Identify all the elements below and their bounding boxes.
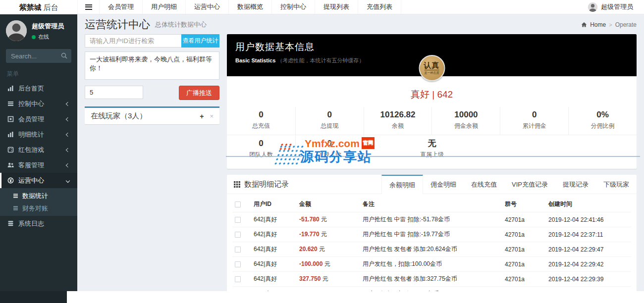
user-id-search-input[interactable] [85,34,181,48]
col-amount: 金额 [297,197,360,212]
dice-icon [7,147,14,153]
panel-collapse-icon[interactable]: + [200,113,204,120]
table-header-row: 用户ID 金额 备注 群号 创建时间 [232,197,631,212]
cell-created: 2019-12-04 22:29:39 [546,272,631,287]
sidebar: 超级管理员 在线 菜单 后台首页 控制中心 会员管理 明细统计 [0,14,77,291]
online-players-title: 在线玩家（3人） [91,111,147,121]
sidebar-item-label: 会员管理 [18,115,44,124]
badge-text-line1: 认真 [424,61,440,69]
grid-icon [234,181,240,188]
app-logo[interactable]: 紫禁城 后台 [0,0,77,14]
cell-user-id: 642|真好 [251,272,297,287]
breadcrumb: Home > Operate [581,21,637,28]
cell-amount: -50.000元 [297,287,360,292]
right-column: 用户数据基本信息 Basic Statistics （考虑性能，本统计有五分钟缓… [227,34,637,291]
main-content: 运营统计中心 总体统计数据中心 Home > Operate 查看用户统计 一大… [77,14,644,291]
list-icon [13,193,18,199]
stats-card-subtitle-en: Basic Statistics [235,57,275,63]
chevron-left-icon [66,148,70,152]
record-tabs: 余额明细 佣金明细 在线充值 VIP充值记录 提现记录 下级玩家 [381,175,637,194]
badge-text-line2: 是一种态度 [425,70,439,75]
detail-records-title: 数据明细记录 [244,180,289,189]
sidebar-item-redpacket-game[interactable]: 红包游戏 [0,142,77,157]
cell-amount: -19.770元 [297,227,360,242]
tab-subordinate-players[interactable]: 下级玩家 [596,175,637,194]
cell-note: 用户发红包，扣除:100.00金币 [360,257,502,272]
tab-online-recharge[interactable]: 在线充值 [464,175,504,194]
select-all-checkbox[interactable] [235,202,241,207]
chevron-left-icon [66,132,70,136]
breadcrumb-current: Operate [615,21,637,28]
sidebar-subitem-finance-reconciliation[interactable]: 财务对账 [0,202,77,214]
tab-balance-detail[interactable]: 余额明细 [381,175,423,194]
topnav-item-recharge-list[interactable]: 充值列表 [358,0,401,14]
topnav-item-data-overview[interactable]: 数据概览 [228,0,271,14]
sidebar-item-control-center[interactable]: 控制中心 [0,96,77,111]
top-navigation: 会员管理 用户明细 运营中心 数据概览 控制中心 提现列表 充值列表 [99,0,401,14]
sidebar-subitem-label: 财务对账 [22,204,48,213]
cell-group: 42701a [502,212,546,227]
sidebar-item-dashboard[interactable]: 后台首页 [0,81,77,96]
users-icon [7,162,14,168]
cell-note: 用户抢红包 发包者 添加:20.624金币 [360,242,502,257]
col-note: 备注 [360,197,502,212]
broadcast-message-textarea[interactable]: 一大波福利即将来袭，今晚八点，福利群等你！ [85,51,219,80]
cell-note: 用户抢红包 中雷 扣除:-19.77金币 [360,227,502,242]
row-checkbox[interactable] [235,261,241,267]
sidebar-item-system-log[interactable]: 系统日志 [0,216,77,231]
sidebar-item-members[interactable]: 会员管理 [0,111,77,127]
top-bar: 紫禁城 后台 会员管理 用户明细 运营中心 数据概览 控制中心 提现列表 充值列… [0,0,644,14]
cell-user-id: 642|真好 [251,287,297,292]
col-created: 创建时间 [546,197,631,212]
row-checkbox[interactable] [235,217,241,223]
topbar-user-menu[interactable]: 超级管理员 [588,0,644,14]
topnav-item-control[interactable]: 控制中心 [271,0,315,14]
table-row: 642|真好 -50.000元 用户发红包，扣除:50.00金币 42701a … [232,287,631,292]
tab-withdraw-records[interactable]: 提现记录 [555,175,596,194]
cell-created: 2019-12-04 22:41:46 [546,212,631,227]
sidebar-item-customer-service[interactable]: 客服管理 [0,157,77,173]
table-row: 642|真好 -100.000元 用户发红包，扣除:100.00金币 42701… [232,257,631,272]
home-icon [581,22,587,28]
bottom-left-dark-block [0,291,67,303]
broadcast-send-button[interactable]: 广播推送 [179,86,219,100]
tab-vip-recharge[interactable]: VIP充值记录 [504,175,555,194]
detail-records-card: 数据明细记录 余额明细 佣金明细 在线充值 VIP充值记录 提现记录 下级玩家 [227,175,637,291]
broadcast-count-input[interactable] [85,86,143,99]
search-icon[interactable] [61,52,67,59]
cell-amount: -51.780元 [297,212,360,227]
cell-user-id: 642|真好 [251,227,297,242]
sidebar-toggle-icon[interactable] [77,0,99,14]
cell-note: 用户抢红包 发包者 添加:327.75金币 [360,272,502,287]
row-checkbox[interactable] [235,247,241,252]
sidebar-item-detail-stats[interactable]: 明细统计 [0,127,77,142]
cell-group: 42701a [502,242,546,257]
view-user-stats-button[interactable]: 查看用户统计 [181,34,219,48]
cell-amount: -100.000元 [297,257,360,272]
row-checkbox[interactable] [235,276,241,282]
cell-group: 42701a [502,227,546,242]
sidebar-subitem-data-stats[interactable]: 数据统计 [0,190,77,202]
bar-chart-icon [7,85,14,92]
row-checkbox[interactable] [235,232,241,238]
online-status-dot [32,35,36,39]
page-subtitle: 总体统计数据中心 [155,20,207,29]
topnav-item-operation[interactable]: 运营中心 [185,0,228,14]
cell-user-id: 642|真好 [251,242,297,257]
breadcrumb-home[interactable]: Home [590,21,606,28]
topnav-item-withdraw-list[interactable]: 提现列表 [315,0,358,14]
sidebar-submenu: 数据统计 财务对账 [0,188,77,216]
topnav-item-user-detail[interactable]: 用户明细 [142,0,185,14]
sidebar-user-status[interactable]: 在线 [38,33,49,41]
stat-total-recharge: 0总充值 [227,107,295,135]
cell-user-id: 642|真好 [251,212,297,227]
cell-created: 2019-12-04 22:29:47 [546,242,631,257]
cell-group: 42701a [502,287,546,292]
panel-close-icon[interactable]: × [210,113,214,119]
topnav-item-members[interactable]: 会员管理 [99,0,142,14]
logo-light: 后台 [44,3,58,11]
stat-balance: 10126.82余额 [364,107,432,135]
tab-commission-detail[interactable]: 佣金明细 [423,175,464,194]
user-basic-info-card: 用户数据基本信息 Basic Statistics （考虑性能，本统计有五分钟缓… [227,34,637,169]
sidebar-item-operation-center[interactable]: 运营中心 [0,173,77,188]
